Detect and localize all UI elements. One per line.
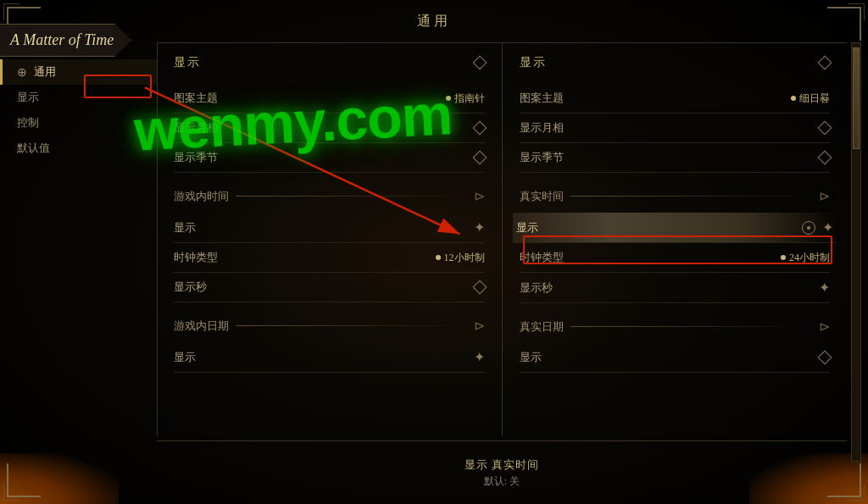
date-divider-line bbox=[236, 325, 467, 326]
right-pattern-theme-value: 细日晷 bbox=[791, 91, 830, 106]
left-clock-type-row[interactable]: 时钟类型 12小时制 bbox=[174, 243, 485, 273]
right-clock-dot bbox=[781, 255, 786, 260]
right-panel: 显示 图案主题 细日晷 显示月相 显示季节 真实时间 ⊳ 显示 bbox=[503, 42, 848, 436]
divider-icon-realtime: ⊳ bbox=[819, 188, 830, 204]
in-game-time-label: 游戏内时间 bbox=[174, 189, 229, 204]
scrollbar-track[interactable] bbox=[851, 42, 861, 462]
time-display-crosshair: ✦ bbox=[474, 219, 485, 235]
active-indicator bbox=[0, 59, 3, 85]
corner-ornament-bl bbox=[3, 484, 20, 501]
in-game-date-label: 游戏内日期 bbox=[174, 318, 229, 334]
sidebar-label-control: 控制 bbox=[17, 115, 39, 130]
right-date-display-label: 显示 bbox=[520, 350, 542, 365]
left-show-seconds-row[interactable]: 显示秒 bbox=[174, 273, 485, 302]
divider-icon-realdate: ⊳ bbox=[819, 318, 830, 335]
left-clock-type-value: 12小时制 bbox=[436, 251, 485, 265]
right-moon-diamond bbox=[818, 121, 832, 136]
left-date-display-label: 显示 bbox=[174, 350, 196, 365]
real-time-label: 真实时间 bbox=[520, 189, 564, 204]
scrollbar-thumb[interactable] bbox=[853, 47, 860, 149]
left-display-title: 显示 bbox=[174, 55, 201, 70]
divider-line bbox=[236, 196, 467, 197]
in-game-time-divider: 游戏内时间 ⊳ bbox=[174, 188, 485, 204]
right-season-diamond bbox=[818, 151, 832, 165]
right-date-display-row[interactable]: 显示 bbox=[520, 343, 831, 373]
right-show-seconds-row[interactable]: 显示秒 ✦ bbox=[520, 273, 831, 303]
right-season-row[interactable]: 显示季节 bbox=[520, 143, 831, 173]
right-seconds-crosshair: ✦ bbox=[819, 280, 830, 296]
right-clock-type-value: 24小时制 bbox=[781, 251, 830, 265]
right-time-display-row[interactable]: 显示 ✦ bbox=[513, 213, 837, 243]
circle-icon bbox=[802, 221, 815, 235]
left-time-display-label: 显示 bbox=[174, 220, 196, 235]
real-date-divider-line bbox=[570, 326, 813, 327]
left-display-diamond-icon bbox=[472, 56, 487, 70]
sidebar-label-display: 显示 bbox=[17, 90, 39, 105]
real-time-divider: 真实时间 ⊳ bbox=[520, 188, 831, 204]
right-clock-type-label: 时钟类型 bbox=[520, 250, 564, 265]
right-time-display-controls: ✦ bbox=[802, 219, 833, 235]
date-display-crosshair: ✦ bbox=[474, 349, 485, 365]
right-moon-phase-label: 显示月相 bbox=[520, 120, 564, 136]
compass-icon: ⊕ bbox=[17, 65, 27, 80]
bottom-status-bar: 显示 真实时间 默认: 关 bbox=[157, 440, 847, 504]
right-pattern-theme-label: 图案主题 bbox=[520, 91, 564, 106]
right-dot bbox=[791, 96, 796, 101]
left-show-seconds-label: 显示秒 bbox=[174, 280, 207, 295]
right-time-display-label: 显示 bbox=[516, 220, 538, 235]
top-bar: 通用 bbox=[0, 0, 868, 42]
right-display-diamond-icon bbox=[818, 56, 832, 70]
seconds-diamond bbox=[472, 280, 487, 295]
right-show-seconds-label: 显示秒 bbox=[520, 280, 553, 296]
left-clock-type-label: 时钟类型 bbox=[174, 250, 218, 265]
sidebar-item-general[interactable]: ⊕ 通用 bbox=[0, 59, 157, 85]
divider-icon-time: ⊳ bbox=[474, 188, 485, 204]
left-display-section-header: 显示 bbox=[174, 55, 485, 74]
real-date-label: 真实日期 bbox=[520, 319, 564, 335]
sidebar-label-default: 默认值 bbox=[17, 141, 50, 156]
season-diamond bbox=[472, 151, 487, 165]
left-time-display-row[interactable]: 显示 ✦ bbox=[174, 213, 485, 243]
clock-dot bbox=[436, 255, 441, 260]
real-time-divider-line bbox=[570, 196, 813, 197]
right-display-section-header: 显示 bbox=[520, 55, 831, 74]
right-display-title: 显示 bbox=[520, 55, 547, 70]
right-season-label: 显示季节 bbox=[520, 150, 564, 165]
real-date-divider: 真实日期 ⊳ bbox=[520, 318, 831, 335]
page-title: 通用 bbox=[417, 14, 451, 28]
right-time-crosshair: ✦ bbox=[822, 219, 833, 235]
right-pattern-theme-row[interactable]: 图案主题 细日晷 bbox=[520, 84, 831, 114]
sidebar-label-general: 通用 bbox=[34, 64, 56, 80]
status-line2: 默认: 关 bbox=[484, 474, 520, 489]
in-game-date-divider: 游戏内日期 ⊳ bbox=[174, 318, 485, 334]
left-date-display-row[interactable]: 显示 ✦ bbox=[174, 342, 485, 373]
status-line1: 显示 真实时间 bbox=[465, 457, 539, 473]
moon-phase-diamond bbox=[472, 121, 487, 136]
right-date-diamond bbox=[818, 351, 832, 365]
left-pattern-theme-value: 指南针 bbox=[446, 91, 485, 106]
divider-icon-date: ⊳ bbox=[474, 318, 485, 334]
right-moon-phase-row[interactable]: 显示月相 bbox=[520, 114, 831, 143]
right-clock-type-row[interactable]: 时钟类型 24小时制 bbox=[520, 243, 831, 273]
corner-ornament-br bbox=[848, 484, 865, 501]
sidebar-item-default[interactable]: 默认值 bbox=[0, 136, 157, 161]
